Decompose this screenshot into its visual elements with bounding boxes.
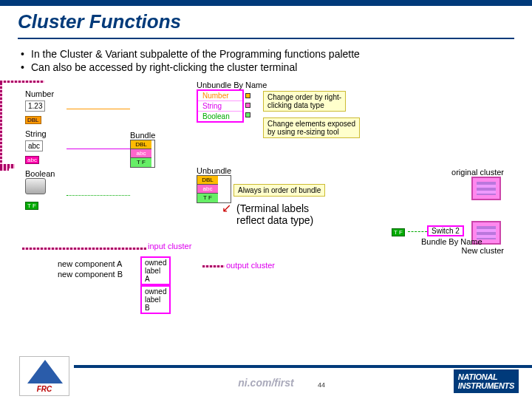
note-box: Always in order of bundle	[233, 184, 325, 197]
cluster-wire	[202, 265, 225, 267]
labview-diagram: Number 1.23 DBL String abc abc Boolean T…	[0, 81, 532, 332]
number-control: Number 1.23 DBL	[25, 89, 69, 125]
switch2-box: Switch 2	[427, 225, 464, 236]
bbn-right-label: Bundle By Name	[421, 237, 482, 246]
tf-tag: T F	[25, 202, 38, 210]
original-cluster-icon	[471, 177, 501, 200]
ubn-row: String	[198, 101, 242, 112]
abc-tag: abc	[25, 156, 39, 164]
comp-a-label: new component A	[58, 259, 122, 268]
ubn-row: Boolean	[198, 112, 242, 121]
owned-b: owned label B	[140, 285, 171, 314]
tf-terminal: T F	[392, 228, 405, 236]
bundle-row-abc: abc	[131, 149, 151, 158]
unbundle-node: Unbundle DBL abc T F	[197, 166, 231, 203]
terminal-icon	[245, 93, 250, 98]
footer-rule	[74, 365, 532, 368]
new-cluster-label: New cluster	[462, 246, 504, 255]
footer-url: ni.com/first	[0, 377, 532, 389]
ub-row-abc: abc	[197, 185, 218, 194]
string-label: String	[25, 129, 69, 138]
bundle-label: Bundle	[130, 131, 155, 140]
ni-logo: NATIONAL INSTRUMENTS	[454, 369, 519, 393]
page-number: 44	[318, 381, 325, 389]
original-cluster-label: original cluster	[451, 168, 504, 177]
note-box: Change elements exposed by using re-sizi…	[263, 117, 360, 138]
wire	[66, 149, 130, 149]
wire	[66, 109, 130, 109]
string-control: String abc abc	[25, 129, 69, 165]
arrow-icon: ↙	[222, 201, 231, 215]
frc-logo: FRC	[19, 356, 69, 396]
bullet-item: Can also be accessed by right-clicking t…	[21, 61, 511, 73]
bullet-list: In the Cluster & Variant subpalette of t…	[0, 39, 532, 78]
bundle-row-dbl: DBL	[131, 140, 151, 149]
wire	[66, 195, 130, 196]
ubn-row: Number	[198, 91, 242, 101]
dbl-tag: DBL	[25, 116, 41, 124]
unbundle-by-name: Unbundle By Name Number String Boolean	[197, 81, 267, 123]
boolean-button	[25, 178, 46, 194]
note-box: Change order by right- clicking data typ…	[263, 91, 346, 112]
number-field: 1.23	[25, 100, 45, 112]
bullet-item: In the Cluster & Variant subpalette of t…	[21, 48, 511, 60]
unbundle-label: Unbundle	[197, 166, 231, 175]
terminal-icon	[245, 112, 250, 117]
cluster-wire	[0, 83, 2, 164]
output-cluster-label: output cluster	[226, 261, 275, 270]
terminal-icon	[245, 103, 250, 108]
annotation-text: (Terminal labels reflect data type)	[236, 202, 313, 226]
ubn-label: Unbundle By Name	[197, 81, 267, 89]
ub-row-dbl: DBL	[197, 176, 218, 185]
cluster-wire	[22, 248, 146, 250]
wire	[408, 231, 427, 232]
footer: FRC ni.com/first 44 NATIONAL INSTRUMENTS	[0, 365, 532, 399]
comp-b-label: new component B	[58, 270, 123, 279]
ub-row-tf: T F	[197, 194, 218, 202]
string-field: abc	[25, 140, 43, 151]
owned-a: owned label A	[140, 256, 171, 285]
bundle-node: Bundle DBL abc T F	[130, 131, 155, 168]
input-cluster-label: input cluster	[148, 242, 191, 250]
boolean-label: Boolean	[25, 169, 69, 178]
number-label: Number	[25, 89, 69, 98]
slide-title: Cluster Functions	[18, 10, 514, 33]
cluster-wire	[0, 81, 44, 83]
boolean-control: Boolean T F	[25, 169, 69, 211]
cluster-wire	[0, 168, 9, 171]
bundle-row-tf: T F	[131, 158, 151, 167]
top-bar	[0, 0, 532, 6]
